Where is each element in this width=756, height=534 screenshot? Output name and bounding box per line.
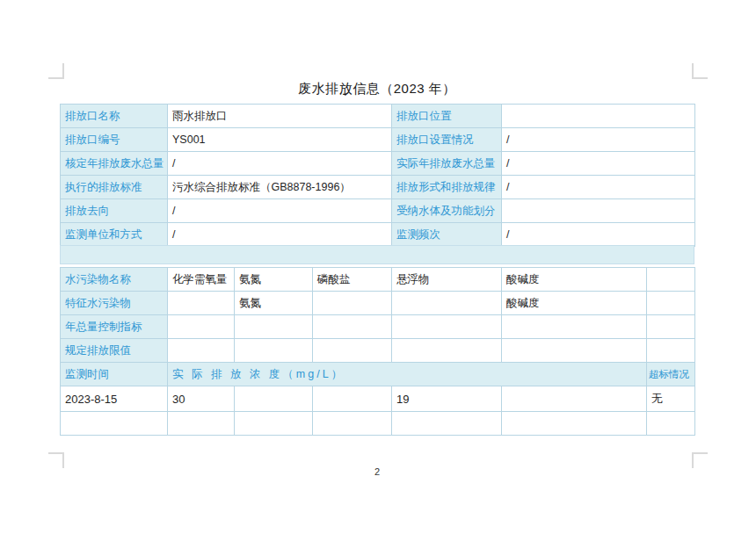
empty-cell[interactable]	[502, 412, 647, 436]
table-row: 排放口编号 YS001 排放口设置情况 /	[61, 128, 695, 152]
empty-cell[interactable]	[235, 412, 313, 436]
concentration-cell[interactable]	[235, 386, 313, 412]
pollutant-cell[interactable]	[502, 315, 647, 339]
pollutant-cell[interactable]	[235, 339, 313, 363]
pollutant-cell[interactable]: 磷酸盐	[313, 268, 392, 292]
pollutant-cell[interactable]	[313, 315, 392, 339]
info-value[interactable]: /	[168, 199, 392, 223]
info-value[interactable]: /	[502, 128, 695, 152]
info-value[interactable]: /	[168, 152, 392, 176]
info-value[interactable]: 雨水排放口	[168, 105, 392, 128]
table-row: 监测单位和方式 / 监测频次 /	[61, 223, 695, 247]
exceed-status-cell[interactable]: 无	[647, 386, 695, 412]
info-value[interactable]	[502, 199, 695, 223]
table-row: 规定排放限值	[61, 339, 695, 363]
empty-cell[interactable]	[168, 412, 235, 436]
empty-cell[interactable]	[392, 412, 502, 436]
info-value[interactable]: /	[502, 223, 695, 247]
info-label: 执行的排放标准	[61, 176, 168, 199]
pollutant-cell[interactable]	[168, 339, 235, 363]
info-value[interactable]	[502, 105, 695, 128]
wastewater-info-table: 排放口名称 雨水排放口 排放口位置 排放口编号 YS001 排放口设置情况 / …	[60, 104, 695, 247]
pollutant-cell[interactable]	[647, 315, 695, 339]
info-label: 排放口设置情况	[392, 128, 502, 152]
pollutant-cell[interactable]	[313, 339, 392, 363]
info-label: 核定年排放废水总量	[61, 152, 168, 176]
info-value[interactable]: 污水综合排放标准（GB8878-1996）	[168, 176, 392, 199]
info-value[interactable]: /	[502, 176, 695, 199]
info-value[interactable]: /	[502, 152, 695, 176]
pollutant-cell[interactable]	[168, 292, 235, 315]
actual-concentration-header: 实 际 排 放 浓 度（mg/L）	[168, 363, 647, 386]
pollutant-cell[interactable]	[502, 339, 647, 363]
pollutant-cell[interactable]: 化学需氧量	[168, 268, 235, 292]
empty-cell[interactable]	[313, 412, 392, 436]
corner-mark-top-left	[48, 63, 64, 79]
pollutant-cell[interactable]	[392, 292, 502, 315]
pollutant-cell[interactable]: 酸碱度	[502, 268, 647, 292]
info-label: 实际年排放废水总量	[392, 152, 502, 176]
concentration-cell[interactable]	[313, 386, 392, 412]
pollutant-cell[interactable]	[392, 339, 502, 363]
info-value[interactable]: YS001	[168, 128, 392, 152]
section-divider-band	[60, 245, 694, 264]
concentration-cell[interactable]: 19	[392, 386, 502, 412]
pollutant-cell[interactable]: 酸碱度	[502, 292, 647, 315]
info-label: 排放口编号	[61, 128, 168, 152]
info-value[interactable]: /	[168, 223, 392, 247]
table-row: 执行的排放标准 污水综合排放标准（GB8878-1996） 排放形式和排放规律 …	[61, 176, 695, 199]
pollutant-row-label: 监测时间	[61, 363, 168, 386]
pollutant-row-label: 特征水污染物	[61, 292, 168, 315]
corner-mark-top-right	[692, 63, 708, 79]
pollutant-cell[interactable]	[647, 292, 695, 315]
table-row: 水污染物名称 化学需氧量 氨氮 磷酸盐 悬浮物 酸碱度	[61, 268, 695, 292]
pollutant-cell[interactable]	[168, 315, 235, 339]
pollutant-row-label: 规定排放限值	[61, 339, 168, 363]
table-row: 特征水污染物 氨氮 酸碱度	[61, 292, 695, 315]
pollutant-row-label: 年总量控制指标	[61, 315, 168, 339]
info-label: 监测频次	[392, 223, 502, 247]
info-label: 排放口位置	[392, 105, 502, 128]
info-label: 受纳水体及功能划分	[392, 199, 502, 223]
table-row: 核定年排放废水总量 / 实际年排放废水总量 /	[61, 152, 695, 176]
concentration-cell[interactable]	[502, 386, 647, 412]
monitor-date-cell[interactable]: 2023-8-15	[61, 386, 168, 412]
pollutant-cell[interactable]	[647, 339, 695, 363]
pollutant-table: 水污染物名称 化学需氧量 氨氮 磷酸盐 悬浮物 酸碱度 特征水污染物 氨氮 酸碱…	[60, 267, 695, 436]
pollutant-cell[interactable]: 氨氮	[235, 268, 313, 292]
table-row: 监测时间 实 际 排 放 浓 度（mg/L） 超标情况	[61, 363, 695, 386]
table-row: 年总量控制指标	[61, 315, 695, 339]
concentration-cell[interactable]: 30	[168, 386, 235, 412]
info-label: 排放形式和排放规律	[392, 176, 502, 199]
empty-cell[interactable]	[647, 412, 695, 436]
empty-cell[interactable]	[61, 412, 168, 436]
table-row: 2023-8-15 30 19 无	[61, 386, 695, 412]
info-label: 排放口名称	[61, 105, 168, 128]
pollutant-cell[interactable]	[313, 292, 392, 315]
pollutant-cell[interactable]: 悬浮物	[392, 268, 502, 292]
page-number: 2	[60, 466, 694, 477]
table-row: 排放口名称 雨水排放口 排放口位置	[61, 105, 695, 128]
pollutant-cell[interactable]: 氨氮	[235, 292, 313, 315]
info-label: 监测单位和方式	[61, 223, 168, 247]
pollutant-row-label: 水污染物名称	[61, 268, 168, 292]
pollutant-cell[interactable]	[235, 315, 313, 339]
pollutant-cell[interactable]	[647, 268, 695, 292]
page-title: 废水排放信息（2023 年）	[60, 81, 694, 97]
info-label: 排放去向	[61, 199, 168, 223]
table-row: 排放去向 / 受纳水体及功能划分	[61, 199, 695, 223]
table-row	[61, 412, 695, 436]
exceed-status-header: 超标情况	[647, 363, 695, 386]
pollutant-cell[interactable]	[392, 315, 502, 339]
